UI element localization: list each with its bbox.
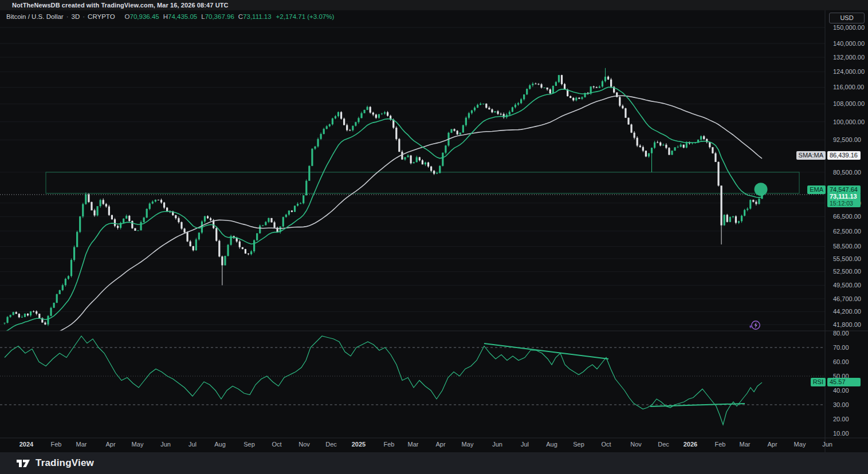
candles-layer bbox=[3, 68, 763, 326]
time-tick-label[interactable]: Aug bbox=[546, 441, 557, 448]
footer-bar: TradingView bbox=[0, 452, 868, 474]
price-tick-label[interactable]: 80,500.00 bbox=[833, 169, 861, 176]
price-tick-label[interactable]: 150,000.00 bbox=[833, 24, 865, 31]
rsi-tick-label[interactable]: 10.00 bbox=[833, 430, 849, 437]
price-tick-label[interactable]: 100,000.00 bbox=[833, 118, 865, 125]
price-tick-label[interactable]: 41,800.00 bbox=[833, 321, 861, 328]
ema-line bbox=[5, 87, 762, 332]
time-tick-label[interactable]: Mar bbox=[76, 441, 87, 448]
time-tick-label[interactable]: Sep bbox=[573, 441, 584, 448]
rsi-trendline[interactable] bbox=[484, 343, 608, 359]
rsi-badge-value: 45.57 bbox=[827, 378, 861, 386]
rsi-tick-label[interactable]: 60.00 bbox=[833, 358, 849, 365]
rsi-tick-label[interactable]: 80.00 bbox=[833, 330, 849, 337]
high-key: H bbox=[163, 13, 168, 20]
time-tick-label[interactable]: Mar bbox=[408, 441, 419, 448]
open-value: 70,936.45 bbox=[130, 13, 159, 20]
low-value: 70,367.96 bbox=[205, 13, 234, 20]
price-tick-label[interactable]: 58,500.00 bbox=[833, 243, 861, 250]
time-tick-label[interactable]: Sep bbox=[243, 441, 255, 448]
price-tick-label[interactable]: 66,500.00 bbox=[833, 213, 861, 220]
last-candle-marker-circle[interactable] bbox=[755, 183, 768, 196]
time-tick-label[interactable]: May bbox=[132, 441, 144, 448]
close-key: C bbox=[238, 13, 243, 20]
axis-labels: 150,000.00140,000.00132,000.00124,000.00… bbox=[19, 24, 865, 448]
ohlc-readout: O70,936.45H74,435.05L70,367.96C73,111.13 bbox=[121, 13, 272, 20]
time-tick-label[interactable]: Apr bbox=[767, 441, 777, 448]
time-tick-label[interactable]: 2024 bbox=[19, 441, 34, 448]
rsi-badge-label: RSI bbox=[811, 378, 826, 386]
price-tick-label[interactable]: 44,200.00 bbox=[833, 308, 861, 315]
time-tick-label[interactable]: Feb bbox=[51, 441, 62, 448]
time-tick-label[interactable]: Feb bbox=[715, 441, 726, 448]
time-tick-label[interactable]: Jun bbox=[492, 441, 502, 448]
time-tick-label[interactable]: Apr bbox=[435, 441, 445, 448]
time-tick-label[interactable]: Oct bbox=[601, 441, 611, 448]
tradingview-chart-window: NotTheNewsDB created with TradingView.co… bbox=[0, 0, 868, 474]
rsi-tick-label[interactable]: 70.00 bbox=[833, 344, 849, 351]
last-price-value: 73,111.13 bbox=[830, 193, 858, 200]
watermark-text: NotTheNewsDB created with TradingView.co… bbox=[12, 2, 229, 9]
time-tick-label[interactable]: Mar bbox=[740, 441, 751, 448]
price-tick-label[interactable]: 140,000.00 bbox=[833, 40, 865, 47]
price-tick-label[interactable]: 116,000.00 bbox=[833, 84, 864, 90]
bar-countdown: 15:12:03 bbox=[830, 200, 858, 207]
price-tick-label[interactable]: 132,000.00 bbox=[833, 54, 865, 61]
currency-button[interactable]: USD bbox=[829, 13, 865, 23]
price-tick-label[interactable]: 62,500.00 bbox=[833, 228, 861, 235]
time-tick-label[interactable]: Dec bbox=[658, 441, 669, 448]
rsi-tick-label[interactable]: 30.00 bbox=[833, 401, 849, 408]
sma-badge-label: SMA:MA bbox=[796, 151, 826, 160]
rsi-tick-label[interactable]: 40.00 bbox=[833, 387, 849, 394]
exchange-label: CRYPTO bbox=[88, 13, 115, 20]
last-price-axis-badge: 73,111.13 15:12:03 bbox=[827, 193, 861, 207]
price-range-box[interactable] bbox=[46, 172, 799, 193]
rsi-band-lines bbox=[0, 347, 825, 405]
time-tick-label[interactable]: 2025 bbox=[352, 441, 366, 448]
time-tick-label[interactable]: Feb bbox=[384, 441, 395, 448]
price-tick-label[interactable]: 55,500.00 bbox=[833, 255, 861, 262]
time-tick-label[interactable]: Oct bbox=[272, 441, 281, 448]
tradingview-logo-icon[interactable] bbox=[16, 457, 30, 469]
candlestick-chart-canvas[interactable]: 150,000.00140,000.00132,000.00124,000.00… bbox=[0, 0, 868, 452]
price-tick-label[interactable]: 124,000.00 bbox=[833, 68, 865, 75]
time-tick-label[interactable]: Jun bbox=[822, 441, 832, 448]
time-tick-label[interactable]: Jul bbox=[521, 441, 529, 448]
time-tick-label[interactable]: Jun bbox=[160, 441, 171, 448]
rsi-tick-label[interactable]: 20.00 bbox=[833, 416, 849, 422]
time-tick-label[interactable]: Apr bbox=[105, 441, 115, 448]
watermark-bar: NotTheNewsDB created with TradingView.co… bbox=[0, 0, 868, 10]
price-tick-label[interactable]: 46,700.00 bbox=[833, 295, 861, 302]
legend-separator: · bbox=[66, 13, 69, 20]
time-tick-label[interactable]: May bbox=[462, 441, 474, 448]
sma-axis-badge: SMA:MA 86,439.16 bbox=[796, 151, 861, 160]
sma-line bbox=[5, 96, 762, 356]
price-tick-label[interactable]: 52,500.00 bbox=[833, 268, 861, 275]
price-tick-label[interactable]: 49,500.00 bbox=[833, 282, 861, 289]
open-key: O bbox=[125, 13, 130, 20]
close-value: 73,111.13 bbox=[243, 13, 271, 20]
high-value: 74,435.05 bbox=[168, 13, 197, 20]
legend-separator: · bbox=[83, 13, 85, 20]
time-tick-label[interactable]: Aug bbox=[214, 441, 226, 448]
symbol-legend: Bitcoin / U.S. Dollar·3D·CRYPTOO70,936.4… bbox=[6, 13, 334, 20]
change-value: +2,174.71 (+3.07%) bbox=[276, 13, 335, 20]
price-tick-label[interactable]: 108,000.00 bbox=[833, 100, 865, 107]
rsi-line bbox=[5, 336, 762, 425]
time-tick-label[interactable]: Nov bbox=[299, 441, 310, 448]
time-tick-label[interactable]: Nov bbox=[630, 441, 642, 448]
interval-label[interactable]: 3D bbox=[72, 13, 80, 20]
rsi-axis-badge: RSI 45.57 bbox=[811, 378, 861, 386]
time-tick-label[interactable]: May bbox=[794, 441, 806, 448]
symbol-name[interactable]: Bitcoin / U.S. Dollar bbox=[6, 13, 64, 20]
tradingview-logo-text[interactable]: TradingView bbox=[36, 457, 94, 469]
price-tick-label[interactable]: 92,500.00 bbox=[833, 136, 861, 143]
time-tick-label[interactable]: Dec bbox=[325, 441, 337, 448]
flash-icon[interactable] bbox=[747, 319, 762, 331]
sma-badge-value: 86,439.16 bbox=[827, 151, 861, 160]
ema-badge-label: EMA bbox=[807, 185, 826, 194]
grid-lines bbox=[0, 27, 825, 325]
time-tick-label[interactable]: Jul bbox=[188, 441, 197, 448]
time-tick-label[interactable]: 2026 bbox=[684, 441, 697, 448]
